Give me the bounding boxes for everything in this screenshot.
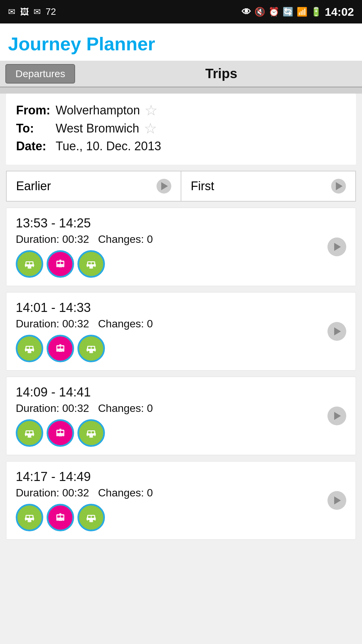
battery-icon: 🔋 [311, 7, 321, 17]
svg-point-7 [57, 267, 59, 269]
trip-card-3[interactable]: 14:17 - 14:49 Duration: 00:32 Changes: 0 [6, 461, 356, 540]
bus-icon-3a [16, 504, 43, 531]
alarm-icon: ⏰ [268, 7, 279, 17]
svg-point-26 [57, 352, 59, 354]
trip-play-triangle-3 [334, 496, 341, 504]
trip-transport-icons-2 [16, 419, 321, 447]
svg-point-3 [31, 266, 33, 268]
time-display: 14:02 [325, 5, 354, 18]
svg-rect-42 [26, 431, 29, 433]
status-right: 👁 🔇 ⏰ 🔄 📶 🔋 14:02 [242, 5, 354, 18]
svg-rect-23 [26, 347, 29, 349]
svg-point-59 [26, 520, 28, 522]
trip-transport-icons-1 [16, 335, 321, 362]
svg-point-12 [59, 264, 61, 266]
svg-point-64 [57, 521, 59, 523]
svg-rect-17 [88, 262, 91, 264]
earlier-play-triangle [161, 182, 168, 190]
trip-play-2[interactable] [327, 407, 346, 425]
date-row: Date: Tue., 10. Dec. 2013 [16, 139, 346, 153]
svg-rect-5 [30, 262, 33, 264]
trip-play-1[interactable] [327, 322, 346, 341]
trip-play-0[interactable] [327, 237, 346, 256]
date-label: Date: [16, 139, 53, 153]
first-play-icon [331, 179, 346, 194]
earlier-button[interactable]: Earlier [6, 171, 181, 202]
trip-play-icon-0 [327, 237, 346, 256]
silent-icon: 🔇 [254, 7, 265, 17]
svg-rect-66 [57, 516, 60, 518]
trip-card-0[interactable]: 13:53 - 14:25 Duration: 00:32 Changes: 0 [6, 208, 356, 286]
to-label: To: [16, 121, 53, 136]
svg-point-34 [87, 351, 89, 353]
from-value: Wolverhampton [56, 103, 140, 117]
tram-icon-1 [47, 335, 74, 362]
svg-point-50 [59, 433, 61, 435]
trip-card-2[interactable]: 14:09 - 14:41 Duration: 00:32 Changes: 0 [6, 377, 356, 455]
svg-point-54 [93, 435, 95, 437]
bus-icon-1b [77, 335, 105, 362]
svg-point-31 [59, 348, 61, 350]
svg-rect-68 [59, 513, 61, 515]
svg-point-16 [93, 266, 95, 268]
trip-play-3[interactable] [327, 491, 346, 510]
from-row: From: Wolverhampton ☆ [16, 103, 346, 118]
first-play-triangle [336, 182, 343, 190]
svg-rect-10 [61, 262, 63, 264]
bus-icon-1a [16, 335, 43, 362]
svg-point-53 [87, 435, 89, 437]
status-bar: ✉ 🖼 ✉ 72 👁 🔇 ⏰ 🔄 📶 🔋 14:02 [0, 0, 362, 23]
date-value: Tue., 10. Dec. 2013 [56, 139, 161, 153]
svg-rect-61 [26, 516, 29, 518]
trip-duration-1: Duration: 00:32 Changes: 0 [16, 318, 321, 330]
svg-rect-75 [92, 516, 94, 518]
svg-point-35 [93, 351, 95, 353]
tram-icon-3 [47, 504, 74, 531]
svg-point-27 [62, 352, 64, 354]
svg-rect-49 [59, 429, 61, 430]
to-value: West Bromwich [56, 121, 139, 136]
svg-rect-55 [88, 431, 91, 433]
to-star-icon[interactable]: ☆ [144, 121, 157, 136]
svg-rect-9 [57, 262, 60, 264]
svg-rect-28 [57, 346, 60, 348]
trip-play-triangle-0 [334, 243, 341, 251]
svg-rect-48 [61, 431, 63, 433]
trip-duration-3: Duration: 00:32 Changes: 0 [16, 487, 321, 499]
trip-card-1[interactable]: 14:01 - 14:33 Duration: 00:32 Changes: 0 [6, 292, 356, 371]
svg-point-22 [31, 351, 33, 353]
tram-icon-2 [47, 419, 74, 447]
svg-rect-11 [59, 260, 61, 261]
image-icon: 🖼 [20, 7, 29, 17]
app-title: Journey Planner [8, 33, 155, 54]
first-button[interactable]: First [181, 171, 356, 202]
trip-play-icon-1 [327, 322, 346, 341]
eye-icon: 👁 [242, 6, 251, 17]
notification-count: 72 [46, 6, 56, 17]
departures-tab[interactable]: Departures [5, 64, 75, 84]
bus-icon-0a [16, 250, 43, 278]
tram-icon-0 [47, 250, 74, 278]
svg-point-45 [57, 436, 59, 438]
svg-point-40 [26, 435, 28, 437]
trip-time-2: 14:09 - 14:41 [16, 385, 321, 399]
svg-rect-67 [61, 516, 63, 518]
message-icon: ✉ [34, 7, 41, 17]
to-row: To: West Bromwich ☆ [16, 121, 346, 136]
from-label: From: [16, 103, 53, 117]
trip-info-3: 14:17 - 14:49 Duration: 00:32 Changes: 0 [16, 470, 321, 531]
svg-rect-37 [92, 347, 94, 349]
svg-rect-43 [30, 431, 33, 433]
svg-rect-62 [30, 516, 33, 518]
tab-bar: Departures Trips [0, 61, 362, 88]
first-label: First [191, 179, 214, 193]
from-star-icon[interactable]: ☆ [144, 103, 158, 118]
trip-transport-icons-0 [16, 250, 321, 278]
svg-rect-47 [57, 431, 60, 433]
trip-info-0: 13:53 - 14:25 Duration: 00:32 Changes: 0 [16, 216, 321, 278]
svg-point-65 [62, 521, 64, 523]
svg-rect-30 [59, 344, 61, 345]
nav-buttons: Earlier First [6, 171, 356, 202]
bus-icon-3b [77, 504, 105, 531]
trips-tab[interactable]: Trips [80, 66, 362, 81]
